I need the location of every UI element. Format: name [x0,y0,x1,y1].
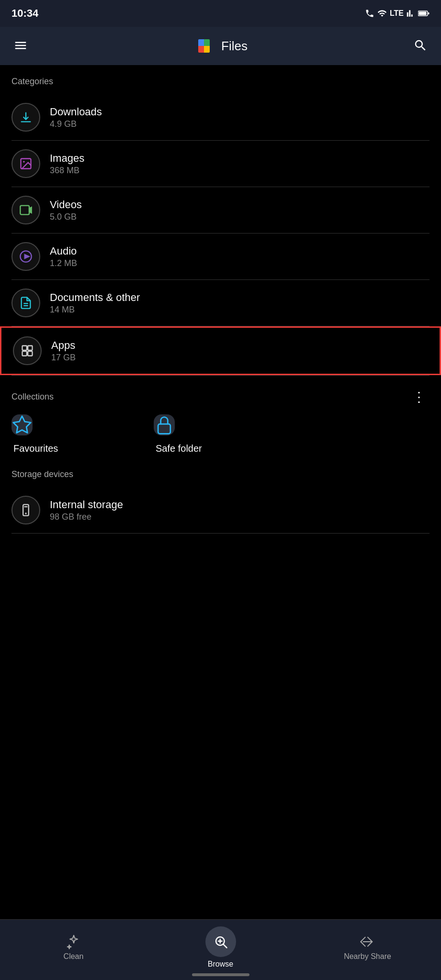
images-size: 368 MB [50,166,84,176]
svg-line-20 [223,945,226,948]
collections-label: Collections [11,392,54,402]
nav-browse[interactable]: Browse [192,926,249,969]
bottom-indicator [192,973,249,976]
app-bar-center: Files [193,35,248,56]
images-name: Images [50,152,84,165]
downloads-name: Downloads [50,106,102,118]
nearby-share-label: Nearby Share [344,952,391,961]
documents-info: Documents & other 14 MB [50,291,140,315]
downloads-size: 4.9 GB [50,119,102,129]
favourites-collection-wrap: Favourites [11,414,145,454]
safe-folder-label: Safe folder [154,439,202,454]
nearby-icon [360,934,375,949]
videos-name: Videos [50,199,82,211]
svg-point-17 [25,512,27,514]
videos-info: Videos 5.0 GB [50,199,82,222]
svg-rect-12 [23,351,27,356]
browse-label: Browse [208,960,233,969]
downloads-icon-wrap [11,103,40,132]
app-icon [193,35,215,56]
collections-spacer [296,414,430,454]
collections-grid: Favourites Safe folder [0,414,441,458]
apps-icon [21,344,34,357]
videos-size: 5.0 GB [50,212,82,222]
signal-icon [407,9,415,18]
search-button[interactable] [411,36,430,56]
clean-label: Clean [64,952,84,961]
main-content: Categories Downloads 4.9 GB Images 368 M… [0,65,441,591]
category-apps[interactable]: Apps 17 GB [0,326,441,375]
images-icon-wrap [11,149,40,178]
status-bar: 10:34 LTE [0,0,441,27]
image-icon [19,157,33,170]
svg-marker-14 [13,416,31,433]
favourites-label: Favourites [11,439,58,454]
favourites-card[interactable] [11,414,33,435]
svg-rect-1 [419,12,427,15]
apps-size: 17 GB [51,353,76,363]
battery-icon [418,9,430,18]
downloads-info: Downloads 4.9 GB [50,106,102,129]
audio-size: 1.2 MB [50,258,77,268]
svg-rect-13 [28,351,32,356]
collections-header: Collections ⋮ [0,376,441,414]
svg-point-5 [23,161,25,163]
nav-clean[interactable]: Clean [45,934,102,961]
sparkle-icon [66,934,81,949]
status-icons: LTE [365,9,430,18]
safe-folder-card[interactable] [154,414,175,435]
bottom-nav: Clean Browse Nearby Share [0,919,441,980]
images-info: Images 368 MB [50,152,84,176]
wifi-icon [377,9,387,18]
documents-icon-wrap [11,289,40,317]
phone-icon [365,9,374,18]
svg-rect-11 [28,346,32,350]
app-bar: Files [0,27,441,65]
audio-name: Audio [50,245,77,257]
collections-more-button[interactable]: ⋮ [408,387,430,407]
apps-info: Apps 17 GB [51,339,76,363]
apps-icon-wrap [13,336,42,365]
storage-size: 98 GB free [50,512,123,522]
apps-name: Apps [51,339,76,352]
videos-icon-wrap [11,196,40,224]
svg-rect-6 [20,206,29,215]
categories-label: Categories [0,65,441,94]
status-time: 10:34 [11,7,38,20]
audio-icon [19,250,33,263]
category-documents[interactable]: Documents & other 14 MB [0,280,441,326]
menu-icon [13,38,28,53]
star-icon [11,414,33,435]
category-images[interactable]: Images 368 MB [0,141,441,187]
svg-rect-10 [23,346,27,350]
storage-info: Internal storage 98 GB free [50,499,123,522]
menu-button[interactable] [11,36,30,56]
safe-folder-collection-wrap: Safe folder [154,414,287,454]
bottom-spacer [0,534,441,591]
storage-name: Internal storage [50,499,123,511]
storage-icon-wrap [11,496,40,524]
documents-name: Documents & other [50,291,140,304]
category-videos[interactable]: Videos 5.0 GB [0,187,441,233]
nav-nearby-share[interactable]: Nearby Share [339,934,396,961]
document-icon [19,296,33,310]
lock-icon [154,414,175,435]
category-audio[interactable]: Audio 1.2 MB [0,234,441,279]
svg-rect-15 [158,424,170,434]
storage-label: Storage devices [0,466,441,487]
audio-icon-wrap [11,242,40,271]
app-title: Files [221,39,248,54]
internal-storage-item[interactable]: Internal storage 98 GB free [0,487,441,533]
audio-info: Audio 1.2 MB [50,245,77,268]
phone-storage-icon [19,503,33,517]
download-icon [19,111,33,124]
video-icon [19,203,33,217]
browse-icon [214,935,228,949]
lte-badge: LTE [390,9,404,18]
category-downloads[interactable]: Downloads 4.9 GB [0,94,441,140]
search-icon [413,38,428,53]
browse-bg [205,926,236,957]
documents-size: 14 MB [50,305,140,315]
svg-rect-2 [428,12,430,14]
